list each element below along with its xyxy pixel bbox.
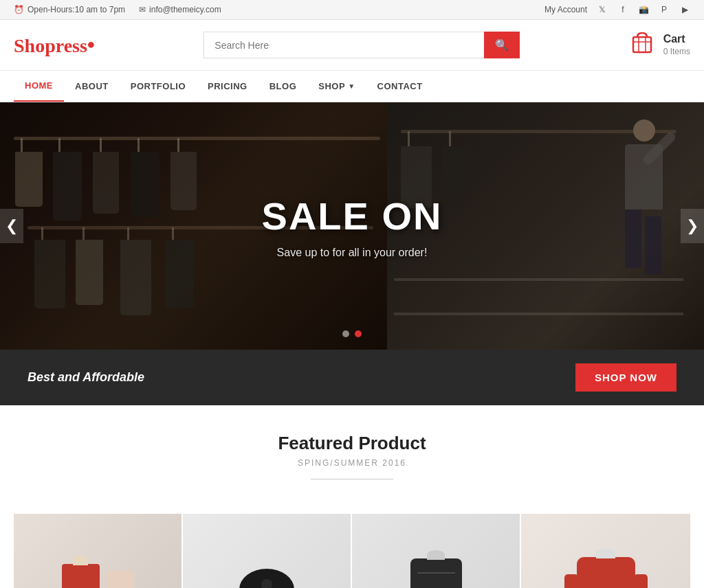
email-icon: ✉ (139, 5, 146, 14)
product-card-4[interactable]: SALE! (521, 514, 690, 588)
product-visual-1 (14, 514, 182, 588)
clock-icon: ⏰ (14, 5, 24, 14)
product-visual-2 (183, 514, 351, 588)
cart-icon (629, 30, 655, 60)
hero-dot-1[interactable] (342, 330, 349, 337)
cart-label: Cart (663, 32, 690, 47)
featured-title: Featured Product (14, 433, 690, 454)
product-visual-4 (521, 514, 690, 588)
site-header: Shopress• 🔍 Cart 0 Items (0, 20, 704, 71)
youtube-icon[interactable]: ▶ (679, 4, 690, 15)
promo-text: Best and Affordable (28, 370, 144, 385)
cart-widget[interactable]: Cart 0 Items (629, 30, 690, 60)
product-visual-3 (352, 514, 520, 588)
hero-content: SALE ON Save up to for all in your order… (262, 194, 443, 259)
hero-dots (342, 330, 362, 337)
nav-pricing[interactable]: PRICING (197, 71, 258, 101)
product-card-2[interactable] (183, 514, 351, 588)
cart-info: Cart 0 Items (663, 32, 690, 57)
hero-slider: ❮ SALE ON Save up to for all in your ord… (0, 102, 704, 350)
hero-subtitle: Save up to for all in your order! (262, 247, 443, 259)
pinterest-icon[interactable]: P (659, 4, 670, 15)
product-grid: SALE! (0, 514, 704, 588)
featured-section: Featured Product SPING/SUMMER 2016 (0, 405, 704, 514)
facebook-icon[interactable]: f (617, 4, 628, 15)
logo-text: Shopress (14, 35, 87, 56)
search-input[interactable] (204, 32, 484, 58)
nav-about[interactable]: ABOUT (64, 71, 120, 101)
nav-shop[interactable]: SHOP ▼ (307, 71, 366, 101)
store-email: ✉ info@themeicy.com (139, 5, 221, 14)
logo-dot: • (87, 32, 95, 57)
hero-dot-2[interactable] (355, 330, 362, 337)
shop-dropdown-icon: ▼ (348, 82, 355, 90)
nav-contact[interactable]: CONTACT (366, 71, 434, 101)
twitter-icon[interactable]: 𝕏 (597, 4, 608, 15)
nav-portfolio[interactable]: PORTFOLIO (120, 71, 197, 101)
featured-divider (311, 479, 393, 479)
shop-now-button[interactable]: Shop Now (575, 363, 676, 392)
top-bar: ⏰ Open-Hours:10 am to 7pm ✉ info@themeic… (0, 0, 704, 20)
top-bar-info: ⏰ Open-Hours:10 am to 7pm ✉ info@themeic… (14, 5, 221, 14)
store-hours: ⏰ Open-Hours:10 am to 7pm (14, 5, 125, 14)
search-button[interactable]: 🔍 (484, 32, 520, 58)
instagram-icon[interactable]: 📸 (638, 4, 649, 15)
product-card-1[interactable] (14, 514, 182, 588)
promo-bar: Best and Affordable Shop Now (0, 350, 704, 405)
product-card-3[interactable] (352, 514, 520, 588)
search-icon: 🔍 (495, 39, 509, 51)
site-logo[interactable]: Shopress• (14, 32, 95, 58)
my-account-link[interactable]: My Account (544, 5, 587, 14)
main-nav: HOME ABOUT PORTFOLIO PRICING BLOG SHOP ▼… (0, 71, 704, 102)
hero-title: SALE ON (262, 194, 443, 238)
nav-home[interactable]: HOME (14, 71, 64, 102)
search-bar: 🔍 (204, 32, 520, 58)
featured-subtitle: SPING/SUMMER 2016 (14, 458, 690, 468)
svg-rect-0 (633, 37, 651, 52)
nav-blog[interactable]: BLOG (258, 71, 308, 101)
top-bar-right: My Account 𝕏 f 📸 P ▶ (544, 4, 690, 15)
cart-items-count: 0 Items (663, 47, 690, 58)
hero-next-button[interactable]: ❯ (681, 209, 704, 243)
hero-prev-button[interactable]: ❮ (0, 209, 23, 243)
